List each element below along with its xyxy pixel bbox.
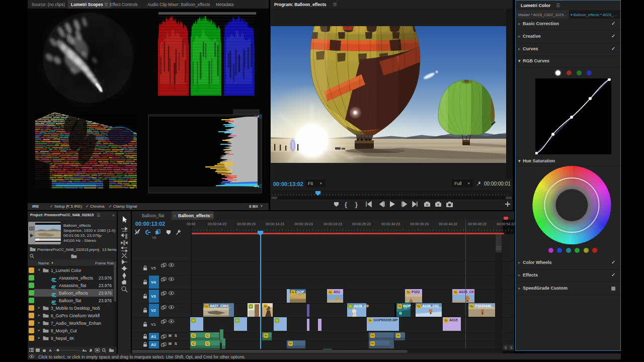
- svg-text:}: }: [355, 201, 358, 208]
- svg-text:{: {: [345, 201, 347, 208]
